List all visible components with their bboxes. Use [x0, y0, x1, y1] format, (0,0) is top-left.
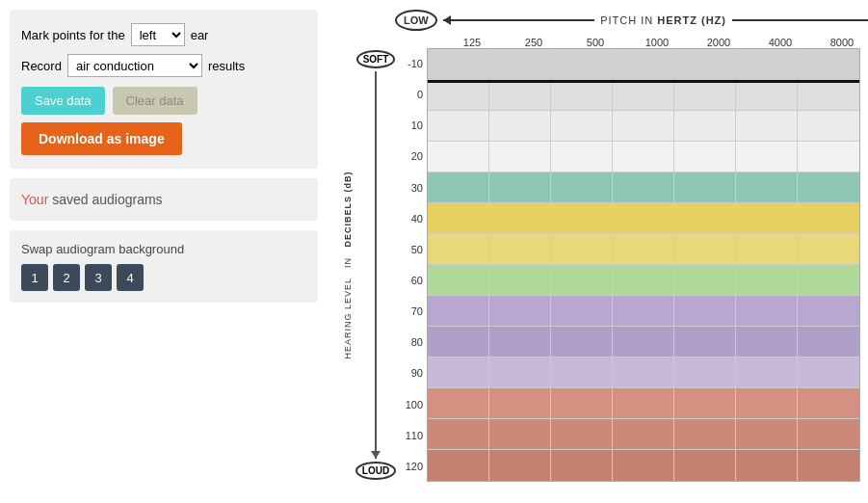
mark-label-1: Mark points for the: [21, 28, 125, 42]
saved-audiograms-box: Your saved audiograms: [10, 178, 318, 221]
cell: [798, 327, 859, 357]
controls-box: Mark points for the left right ear Recor…: [10, 10, 318, 169]
soft-loud-column: SOFT LOUD: [358, 48, 393, 482]
cell: [736, 172, 798, 203]
cell: [489, 203, 551, 234]
cell: [798, 142, 859, 172]
record-select[interactable]: air conduction bone conduction: [67, 54, 202, 77]
down-arrowhead: [371, 451, 381, 459]
cell: [674, 80, 736, 111]
pitch-label: PITCH IN HERTZ (Hz): [600, 14, 726, 26]
y-60: 60: [411, 265, 423, 296]
cell: [674, 419, 736, 450]
cell: [798, 388, 859, 419]
audiogram-grid: [427, 48, 860, 482]
y-70: 70: [411, 296, 423, 327]
cell: [613, 49, 674, 80]
cell: [428, 234, 489, 265]
bg-btn-4[interactable]: 4: [117, 264, 144, 291]
cell: [736, 450, 798, 481]
cell: [736, 327, 798, 357]
cell: [551, 450, 613, 481]
cell: [551, 296, 613, 327]
grid-row-110: [428, 419, 859, 450]
y-50: 50: [411, 234, 423, 265]
clear-button[interactable]: Clear data: [113, 87, 197, 115]
arrow-left: [443, 19, 595, 21]
cell: [551, 49, 613, 80]
grid-row-20: [428, 142, 859, 172]
x-2000: 2000: [688, 35, 750, 48]
saved-audiograms-label: Your saved audiograms: [21, 192, 306, 207]
low-label: LOW: [395, 10, 437, 31]
cell: [428, 203, 489, 234]
cell: [736, 265, 798, 296]
bg-btn-3[interactable]: 3: [85, 264, 112, 291]
cell: [736, 111, 798, 142]
cell: [613, 388, 674, 419]
cell: [613, 203, 674, 234]
our-highlight: our: [29, 192, 48, 207]
cell: [489, 265, 551, 296]
cell: [613, 172, 674, 203]
cell: [674, 234, 736, 265]
cell: [674, 357, 736, 388]
y-numbers: -10 0 10 20 30 40 50 60 70 80 90 100 110…: [393, 48, 427, 482]
cell: [736, 388, 798, 419]
cell: [613, 80, 674, 111]
y-10: 10: [411, 110, 423, 141]
cell: [428, 80, 489, 111]
y-0: 0: [417, 79, 423, 110]
grid-row-60: [428, 265, 859, 296]
y--10: -10: [408, 48, 423, 79]
save-button[interactable]: Save data: [21, 87, 105, 115]
cell: [489, 419, 551, 450]
mark-label-2: ear: [191, 28, 209, 42]
grid-row-70: [428, 296, 859, 327]
swap-box: Swap audiogram background 1 2 3 4: [10, 230, 318, 303]
cell: [551, 327, 613, 357]
cell: [613, 419, 674, 450]
cell: [798, 419, 859, 450]
cell: [736, 296, 798, 327]
bg-btn-1[interactable]: 1: [21, 264, 48, 291]
cell: [736, 203, 798, 234]
ear-select[interactable]: left right: [131, 23, 185, 46]
cell: [489, 172, 551, 203]
record-label-2: results: [208, 59, 245, 73]
record-label-1: Record: [21, 59, 62, 73]
cell: [428, 357, 489, 388]
cell: [613, 111, 674, 142]
y-axis-area: HEARING LEVEL IN DECIBELS (dB): [337, 48, 358, 482]
grid-row-0: [428, 80, 859, 111]
grid-row-minus10: [428, 49, 859, 80]
cell: [551, 111, 613, 142]
cell: [674, 203, 736, 234]
bg-buttons: 1 2 3 4: [21, 264, 306, 291]
your-text: Y: [21, 192, 29, 207]
cell: [613, 296, 674, 327]
cell: [798, 172, 859, 203]
bg-btn-2[interactable]: 2: [53, 264, 80, 291]
cell: [428, 419, 489, 450]
y-30: 30: [411, 172, 423, 203]
x-250: 250: [503, 35, 565, 48]
cell: [798, 357, 859, 388]
x-125: 125: [441, 35, 503, 48]
cell: [551, 419, 613, 450]
cell: [489, 111, 551, 142]
cell: [489, 49, 551, 80]
left-panel: Mark points for the left right ear Recor…: [10, 10, 328, 493]
grid-row-80: [428, 327, 859, 357]
y-100: 100: [406, 389, 423, 420]
mark-points-row: Mark points for the left right ear: [21, 23, 306, 46]
cell: [551, 388, 613, 419]
soft-label: SOFT: [356, 50, 396, 68]
arrow-right: [732, 19, 868, 21]
cell: [736, 419, 798, 450]
cell: [674, 142, 736, 172]
cell: [489, 357, 551, 388]
cell: [489, 234, 551, 265]
cell: [613, 234, 674, 265]
download-button[interactable]: Download as image: [21, 122, 182, 155]
